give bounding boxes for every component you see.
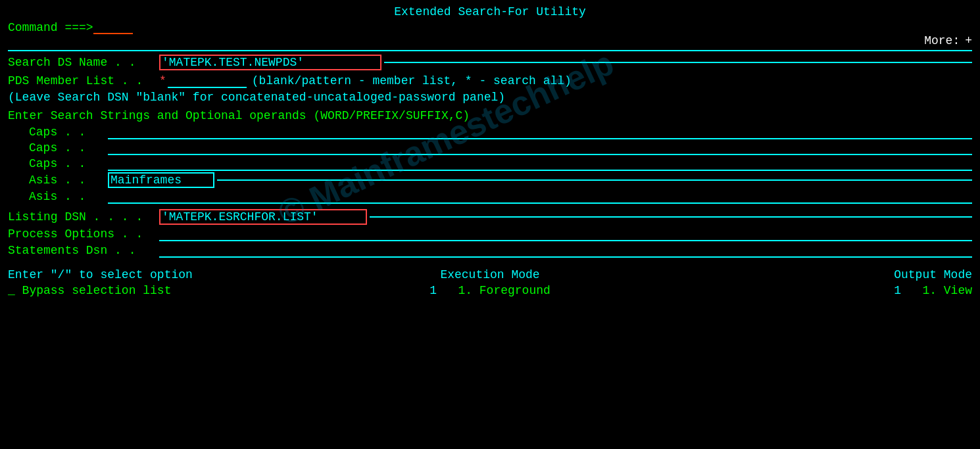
footer-fg-text: 1. Foreground — [458, 284, 550, 297]
footer-fg-number: 1 — [429, 284, 437, 297]
asis-input-1[interactable] — [108, 172, 214, 188]
caps-input-1[interactable] — [108, 125, 972, 139]
command-input[interactable] — [93, 21, 133, 34]
caps-label-2: Caps . . — [29, 141, 108, 154]
caps-row-3: Caps . . — [8, 156, 972, 171]
command-label: Command ===> — [8, 21, 93, 34]
process-options-input[interactable] — [159, 227, 972, 241]
listing-dsn-input[interactable] — [159, 209, 367, 225]
more-row: More: + — [8, 34, 972, 47]
statements-dsn-input[interactable] — [159, 243, 972, 258]
footer-view-number: 1 — [894, 284, 901, 297]
main-screen: © Mainframestechhelp Extended Search-For… — [0, 0, 980, 449]
caps-row-2: Caps . . — [8, 141, 972, 155]
footer-slash-label: Enter "/" to select option — [8, 268, 330, 281]
caps-row-1: Caps . . — [8, 125, 972, 139]
pds-member-label: PDS Member List . . — [8, 74, 159, 87]
asis-row-1: Asis . . — [8, 172, 972, 188]
footer-section: Enter "/" to select option Execution Mod… — [8, 268, 972, 297]
statements-dsn-row: Statements Dsn . . — [8, 243, 972, 258]
footer-row1: Enter "/" to select option Execution Mod… — [8, 268, 972, 281]
footer-fg: 1 1. Foreground — [330, 284, 651, 297]
process-options-label: Process Options . . — [8, 227, 159, 241]
footer-bypass-label: _ Bypass selection list — [8, 284, 330, 297]
process-options-row: Process Options . . — [8, 227, 972, 241]
listing-dsn-label: Listing DSN . . . . — [8, 210, 159, 224]
search-ds-label: Search DS Name . . — [8, 56, 159, 69]
asis-label-1: Asis . . — [29, 174, 108, 187]
listing-dsn-row: Listing DSN . . . . — [8, 209, 972, 225]
blank-note: (Leave Search DSN "blank" for concatenat… — [8, 91, 972, 104]
search-strings-header: Enter Search Strings and Optional operan… — [8, 109, 972, 122]
caps-input-2[interactable] — [108, 141, 972, 155]
pds-member-row: PDS Member List . . * (blank/pattern - m… — [8, 74, 972, 88]
footer-output-label: Output Mode — [650, 268, 972, 281]
separator-top — [8, 50, 972, 51]
pds-hint: (blank/pattern - member list, * - search… — [252, 74, 572, 87]
more-label: More: — [924, 34, 960, 47]
more-plus: + — [965, 34, 972, 47]
caps-label-3: Caps . . — [29, 157, 108, 170]
statements-dsn-label: Statements Dsn . . — [8, 244, 159, 257]
footer-view-text: 1. View — [922, 284, 972, 297]
footer-view: 1 1. View — [650, 284, 972, 297]
pds-member-input[interactable] — [168, 74, 247, 88]
footer-exec-label: Execution Mode — [330, 268, 651, 281]
command-row: Command ===> — [8, 21, 972, 34]
title: Extended Search-For Utility — [8, 5, 972, 18]
caps-label-1: Caps . . — [29, 126, 108, 139]
search-ds-input[interactable] — [159, 55, 381, 70]
pds-asterisk: * — [159, 74, 166, 87]
asis-input-2[interactable] — [108, 189, 972, 204]
asis-label-2: Asis . . — [29, 190, 108, 203]
listing-section: Listing DSN . . . . Process Options . . … — [8, 209, 972, 258]
search-ds-row: Search DS Name . . — [8, 54, 972, 71]
caps-input-3[interactable] — [108, 156, 972, 171]
asis-row-2: Asis . . — [8, 189, 972, 204]
footer-row2: _ Bypass selection list 1 1. Foreground … — [8, 284, 972, 297]
